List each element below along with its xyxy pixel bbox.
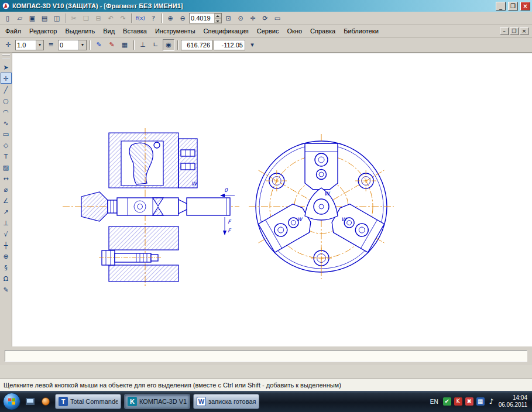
taskbar-task-word-document[interactable]: W записка готовая...	[193, 394, 259, 409]
status-bar: Щелкните левой кнопкой мыши на объекте д…	[0, 378, 532, 391]
pan-button[interactable]: ✛	[247, 12, 259, 24]
edit-tool-icon[interactable]: ✎	[1, 284, 12, 295]
menu-service[interactable]: Сервис	[253, 26, 283, 36]
print-button[interactable]: ▤	[39, 12, 50, 24]
taskbar-task-kompas[interactable]: K КОМПАС-3D V10...	[124, 394, 190, 409]
pencil-red-button[interactable]: ✎	[106, 39, 118, 51]
language-indicator[interactable]: EN	[428, 398, 440, 406]
zoom-out-button[interactable]: ⊖	[177, 12, 188, 24]
style-combo: ▾	[15, 40, 44, 50]
angular-dimension-icon[interactable]: ∠	[1, 195, 12, 206]
toolbar-overflow-button[interactable]: ▾	[246, 39, 258, 51]
undo-button[interactable]: ↶	[105, 12, 116, 24]
menu-libraries[interactable]: Библиотеки	[339, 26, 383, 36]
corner-button[interactable]: ∟	[150, 39, 162, 51]
front-view-drawing: W W W	[249, 134, 394, 279]
text-tool-icon[interactable]: T	[1, 150, 12, 162]
close-button[interactable]: ×	[520, 2, 530, 11]
taskbar-task-total-commander[interactable]: T Total Commande...	[55, 394, 121, 409]
symbol-tool-icon[interactable]: Ω	[1, 273, 12, 284]
print-preview-button[interactable]: ◫	[51, 12, 63, 24]
menu-window[interactable]: Окно	[283, 26, 306, 36]
snap-button[interactable]: ◉	[163, 39, 174, 51]
zoom-input[interactable]	[190, 13, 214, 23]
menu-specification[interactable]: Спецификация	[200, 26, 253, 36]
chevron-down-icon[interactable]: ▾	[78, 40, 86, 50]
tray-date: 06.06.2011	[499, 401, 527, 409]
diameter-dimension-icon[interactable]: ⌀	[1, 184, 12, 195]
copy-button[interactable]: ❏	[80, 12, 92, 24]
menu-view[interactable]: Вид	[99, 26, 119, 36]
update-icon[interactable]: ✔	[443, 397, 451, 406]
section-view-drawing: 0 F F W	[63, 128, 239, 286]
layer-input[interactable]	[59, 40, 78, 50]
point-tool-icon[interactable]: ⊕	[1, 250, 12, 262]
spline-tool-icon[interactable]: ∿	[1, 117, 12, 128]
perpendicular-tool-icon[interactable]: ⊥	[1, 217, 12, 228]
antivirus-icon[interactable]: K	[454, 397, 462, 406]
redo-button[interactable]: ↷	[117, 12, 129, 24]
start-button[interactable]	[3, 393, 20, 410]
linear-dimension-icon[interactable]: ↔	[1, 173, 12, 184]
menu-editor[interactable]: Редактор	[25, 26, 61, 36]
layers-button[interactable]: ≡	[45, 39, 57, 51]
alert-icon[interactable]: ✖	[465, 397, 473, 406]
zoom-area-button[interactable]: ⊡	[222, 12, 234, 24]
pencil-blue-button[interactable]: ✎	[93, 39, 105, 51]
leader-tool-icon[interactable]: ↗	[1, 206, 12, 217]
refresh-button[interactable]: ⟳	[259, 12, 271, 24]
word-icon: W	[197, 397, 206, 406]
update-button[interactable]: ✛	[2, 39, 14, 51]
show-desktop-icon[interactable]	[23, 394, 36, 408]
menu-tools[interactable]: Инструменты	[151, 26, 200, 36]
drawing-canvas[interactable]: 0 F F W	[12, 53, 532, 347]
centerline-tool-icon[interactable]: ┼	[1, 239, 12, 250]
ortho-button[interactable]: ⊥	[137, 39, 149, 51]
drawing-area[interactable]: 0 F F W	[12, 53, 532, 346]
save-document-button[interactable]: ▣	[26, 12, 38, 24]
mdi-close-button[interactable]: ×	[520, 28, 528, 35]
x-coordinate-field[interactable]	[181, 40, 212, 50]
cut-button[interactable]: ✂	[68, 12, 80, 24]
roughness-tool-icon[interactable]: √	[1, 228, 12, 239]
menu-file[interactable]: Файл	[1, 26, 25, 36]
circle-tool-icon[interactable]: ○	[1, 95, 12, 106]
tray-clock[interactable]: 14:04 06.06.2011	[499, 394, 529, 409]
browser-quicklaunch-icon[interactable]	[39, 394, 52, 408]
zoom-all-button[interactable]: ⊙	[235, 12, 246, 24]
panel-grip[interactable]	[2, 54, 10, 59]
network-icon[interactable]: ▦	[476, 397, 485, 406]
designation-tool-icon[interactable]: §	[1, 262, 12, 273]
mdi-restore-button[interactable]: ❐	[510, 28, 519, 35]
volume-icon[interactable]: ♪	[488, 397, 496, 406]
grid-button[interactable]: ▦	[119, 39, 131, 51]
open-document-button[interactable]: ▱	[14, 12, 26, 24]
paste-button[interactable]: ⊟	[92, 12, 104, 24]
new-document-button[interactable]: ▯	[2, 12, 13, 24]
style-input[interactable]	[16, 40, 36, 50]
zoom-in-button[interactable]: ⊕	[164, 12, 176, 24]
polygon-tool-icon[interactable]: ◇	[1, 139, 12, 150]
chevron-down-icon[interactable]: ▾	[36, 40, 43, 50]
context-help-button[interactable]: ?	[147, 12, 159, 24]
restore-button[interactable]: ❐	[508, 2, 518, 11]
mdi-minimize-button[interactable]: –	[500, 28, 509, 35]
variables-button[interactable]: f(x)	[134, 12, 147, 24]
zoom-spinner[interactable]	[214, 13, 221, 23]
minimize-button[interactable]: _	[496, 2, 506, 11]
show-all-button[interactable]: ▭	[272, 12, 283, 24]
y-coordinate-field[interactable]	[214, 40, 245, 50]
window-title: КОМПАС-3D V10 (ЗАЩИТА) - [Фрагмент БЕЗ И…	[12, 2, 493, 9]
zoom-combo	[189, 13, 222, 23]
line-tool-icon[interactable]: ╱	[1, 84, 12, 95]
hatch-tool-icon[interactable]: ▨	[1, 162, 12, 173]
label-f2: F	[228, 228, 232, 234]
select-tool-icon[interactable]: ➤	[1, 61, 12, 73]
arc-tool-icon[interactable]: ◠	[1, 106, 12, 117]
rectangle-tool-icon[interactable]: ▭	[1, 128, 12, 139]
menu-select[interactable]: Выделить	[61, 26, 99, 36]
geometry-panel-icon[interactable]: ✛	[1, 73, 12, 84]
menu-insert[interactable]: Вставка	[119, 26, 151, 36]
property-bar[interactable]	[5, 350, 527, 362]
menu-help[interactable]: Справка	[306, 26, 339, 36]
